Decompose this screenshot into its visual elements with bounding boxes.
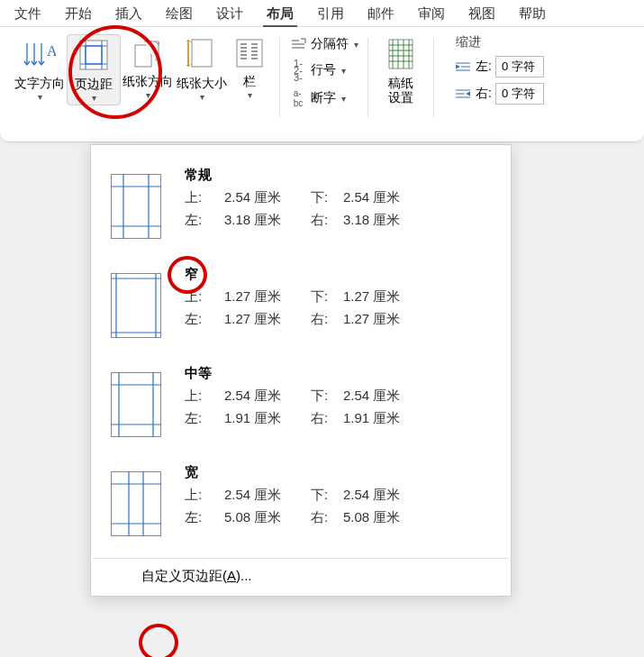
columns-icon [235, 38, 264, 68]
orientation-button[interactable]: 纸张方向 ▾ [121, 34, 175, 102]
value-right: 1.91 厘米 [343, 410, 419, 427]
orientation-icon [132, 38, 164, 68]
svg-rect-42 [112, 175, 161, 239]
hyphenation-icon: a-bc [289, 88, 307, 108]
svg-rect-4 [80, 41, 107, 69]
label-bottom: 下: [311, 189, 343, 206]
chevron-down-icon: ▾ [200, 92, 204, 102]
label-top: 上: [185, 288, 224, 306]
paper-size-label: 纸张大小 [177, 76, 227, 90]
value-bottom: 2.54 厘米 [343, 189, 419, 206]
margins-dropdown-list[interactable]: 常规上:2.54 厘米下:2.54 厘米左:3.18 厘米右:3.18 厘米窄上… [93, 151, 509, 558]
orientation-label: 纸张方向 [122, 74, 173, 88]
margin-option-title: 常规 [185, 167, 494, 184]
indent-right-label: 右: [476, 86, 492, 102]
breaks-group: 分隔符 ▾ 1-2-3- 行号 ▾ a-bc 断字 ▾ [289, 36, 358, 108]
columns-label: 栏 [243, 74, 256, 88]
value-bottom: 2.54 厘米 [343, 487, 419, 504]
label-left: 左: [185, 212, 224, 229]
ribbon-tab-8[interactable]: 审阅 [414, 4, 449, 24]
line-numbers-label: 行号 [311, 62, 336, 78]
indent-left-row: 左: 0 字符 [454, 56, 544, 78]
text-direction-label: 文字方向 [14, 76, 65, 90]
margins-button[interactable]: 页边距 ▾ [67, 34, 121, 105]
chevron-down-icon: ▾ [248, 90, 252, 100]
margin-option-title: 中等 [185, 365, 494, 382]
margins-label: 页边距 [75, 77, 113, 91]
page-setup-group: A 文字方向 ▾ 页边距 ▾ [13, 34, 270, 105]
svg-text:A: A [47, 43, 56, 59]
margin-option-moderate[interactable]: 中等上:2.54 厘米下:2.54 厘米左:1.91 厘米右:1.91 厘米 [107, 356, 498, 455]
label-right: 右: [311, 410, 343, 427]
margin-thumb-icon [111, 471, 161, 536]
ribbon-tab-10[interactable]: 帮助 [515, 4, 549, 24]
hyphenation-label: 断字 [311, 90, 336, 106]
value-left: 3.18 厘米 [224, 212, 311, 229]
manuscript-label: 稿纸 设置 [388, 76, 413, 105]
svg-rect-11 [192, 40, 212, 67]
line-numbers-button[interactable]: 1-2-3- 行号 ▾ [289, 59, 358, 81]
paper-size-button[interactable]: 纸张大小 ▾ [175, 34, 229, 104]
value-left: 1.91 厘米 [224, 410, 311, 427]
breaks-button[interactable]: 分隔符 ▾ [289, 36, 358, 52]
indent-right-input[interactable]: 0 字符 [495, 83, 544, 105]
ribbon-tab-3[interactable]: 绘图 [162, 4, 196, 24]
value-left: 1.27 厘米 [224, 311, 311, 328]
group-separator [367, 38, 368, 117]
line-numbers-icon: 1-2-3- [289, 59, 307, 81]
indent-title: 缩进 [454, 34, 544, 50]
value-bottom: 2.54 厘米 [343, 388, 419, 405]
value-bottom: 1.27 厘米 [343, 288, 419, 306]
label-top: 上: [185, 388, 224, 405]
margins-icon [78, 39, 109, 71]
indent-right-icon [454, 87, 472, 100]
label-top: 上: [185, 487, 224, 504]
label-bottom: 下: [311, 487, 343, 504]
label-right: 右: [311, 311, 343, 328]
margin-option-title: 窄 [185, 266, 494, 283]
indent-right-row: 右: 0 字符 [454, 83, 544, 105]
ribbon-tab-7[interactable]: 邮件 [364, 4, 398, 24]
ribbon-tab-0[interactable]: 文件 [11, 4, 45, 24]
ribbon-tab-5[interactable]: 布局 [263, 4, 297, 24]
indent-left-input[interactable]: 0 字符 [495, 56, 544, 78]
value-right: 1.27 厘米 [343, 311, 419, 328]
columns-button[interactable]: 栏 ▾ [229, 34, 270, 102]
indent-left-icon [454, 60, 472, 73]
margin-thumb-icon [111, 273, 161, 338]
manuscript-paper-button[interactable]: 稿纸 设置 [377, 34, 424, 106]
text-direction-button[interactable]: A 文字方向 ▾ [13, 34, 67, 104]
label-top: 上: [185, 189, 224, 206]
label-bottom: 下: [311, 388, 343, 405]
margin-option-wide[interactable]: 宽上:2.54 厘米下:2.54 厘米左:5.08 厘米右:5.08 厘米 [107, 455, 498, 554]
ribbon-tabs: 文件开始插入绘图设计布局引用邮件审阅视图帮助 [0, 0, 644, 27]
margin-option-title: 宽 [185, 464, 494, 481]
custom-margins-item[interactable]: 自定义页边距(A)... [93, 558, 509, 596]
margin-option-normal[interactable]: 常规上:2.54 厘米下:2.54 厘米左:3.18 厘米右:3.18 厘米 [107, 158, 498, 257]
ribbon-tab-9[interactable]: 视图 [465, 4, 499, 24]
chevron-down-icon: ▾ [341, 94, 346, 104]
margin-option-narrow[interactable]: 窄上:1.27 厘米下:1.27 厘米左:1.27 厘米右:1.27 厘米 [107, 257, 498, 356]
custom-margins-label: 自定义页边距(A)... [141, 568, 252, 583]
ribbon-tab-2[interactable]: 插入 [112, 4, 146, 24]
annotation-circle [139, 624, 178, 657]
margin-thumb-icon [111, 372, 161, 437]
value-left: 5.08 厘米 [224, 509, 311, 526]
chevron-down-icon: ▾ [92, 93, 96, 103]
hyphenation-button[interactable]: a-bc 断字 ▾ [289, 88, 358, 108]
value-top: 2.54 厘米 [224, 487, 311, 504]
label-right: 右: [311, 509, 343, 526]
breaks-label: 分隔符 [311, 36, 349, 52]
value-right: 3.18 厘米 [343, 212, 419, 229]
svg-rect-57 [112, 472, 161, 536]
ribbon-tab-6[interactable]: 引用 [313, 4, 348, 24]
label-bottom: 下: [311, 288, 343, 306]
ribbon-tab-1[interactable]: 开始 [61, 4, 95, 24]
svg-rect-47 [112, 274, 161, 338]
group-separator [279, 38, 280, 117]
ribbon-tab-4[interactable]: 设计 [213, 4, 247, 24]
chevron-down-icon: ▾ [38, 92, 42, 102]
value-top: 2.54 厘米 [224, 388, 311, 405]
value-top: 2.54 厘米 [224, 189, 311, 206]
label-right: 右: [311, 212, 343, 229]
